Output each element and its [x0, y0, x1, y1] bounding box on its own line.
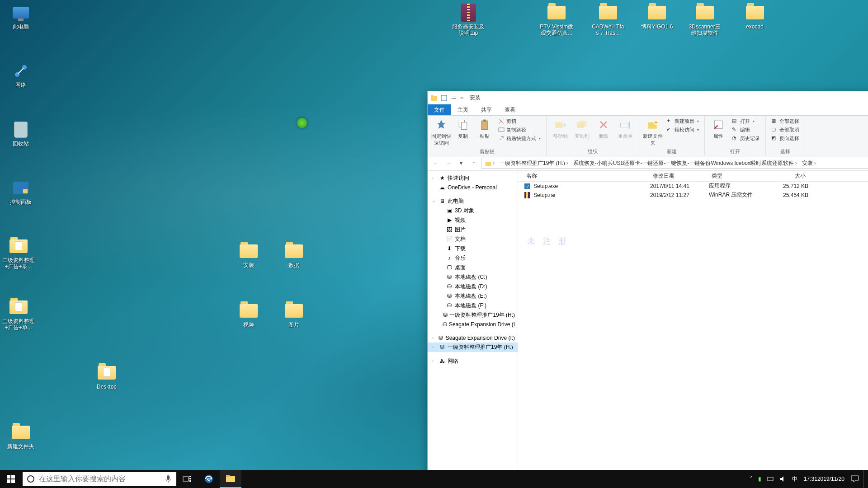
expand-icon[interactable]: › — [432, 336, 436, 340]
cut-button[interactable]: 剪切 — [496, 117, 542, 125]
properties-button[interactable]: 属性 — [708, 117, 728, 140]
tray-overflow-button[interactable]: ˄ — [747, 470, 755, 488]
nav-back-button[interactable]: ← — [430, 158, 441, 169]
tab-home[interactable]: 主页 — [451, 104, 475, 115]
column-name[interactable]: 名称 — [524, 172, 650, 180]
paste-shortcut-button[interactable]: 粘贴快捷方式 — [496, 135, 542, 142]
column-headers[interactable]: 名称 修改日期 类型 大小 — [518, 171, 868, 182]
nav-item[interactable]: ⛁本地磁盘 (F:) — [428, 301, 518, 310]
tray-clock[interactable]: 17:31 2019/11/20 — [800, 470, 848, 488]
nav-item[interactable]: ⛁本地磁盘 (D:) — [428, 282, 518, 291]
microphone-icon[interactable] — [160, 475, 176, 483]
nav-item[interactable]: ›🖧网络 — [428, 357, 518, 366]
desktop-icon-video-folder[interactable]: 视频 — [231, 302, 266, 328]
column-date[interactable]: 修改日期 — [650, 172, 709, 180]
nav-item[interactable]: ☁OneDrive - Personal — [428, 183, 518, 192]
expand-icon[interactable]: › — [432, 359, 437, 363]
column-type[interactable]: 类型 — [709, 172, 768, 180]
breadcrumb-root[interactable]: › — [483, 160, 498, 166]
select-none-button[interactable]: ▢全部取消 — [769, 126, 801, 134]
nav-item[interactable]: ›⛁Seagate Expansion Drive (I:) — [428, 333, 518, 343]
tray-network-icon[interactable] — [764, 470, 777, 488]
edit-button[interactable]: ✎编辑 — [730, 126, 762, 134]
breadcrumb-segment[interactable]: 系统恢复-小哨兵USB还原卡-一键还原-一键恢复-一键备份Windows Ice… — [571, 160, 800, 167]
desktop-icon-folder-b[interactable]: 三级资料整理+广告+单... — [1, 298, 36, 331]
desktop-icon-control-panel[interactable]: 控制面板 — [4, 179, 38, 205]
nav-item[interactable]: ›⛁一级资料整理推广19年 (H:) — [428, 343, 518, 352]
tray-volume-icon[interactable] — [777, 470, 789, 488]
invert-selection-button[interactable]: ◩反向选择 — [769, 135, 801, 142]
tab-file[interactable]: 文件 — [428, 104, 451, 115]
nav-item[interactable]: ⌄🖥此电脑 — [428, 197, 518, 206]
breadcrumb-segment[interactable]: 安装› — [800, 160, 819, 167]
history-button[interactable]: ◔历史记录 — [730, 135, 762, 142]
nav-item[interactable]: ⛁Seagate Expansion Drive (I — [428, 320, 518, 329]
desktop-icon-cadwell[interactable]: CADWe'll Tfas 7 Tfas... — [591, 4, 625, 36]
breadcrumb-bar[interactable]: ›一级资料整理推广19年 (H:)›系统恢复-小哨兵USB还原卡-一键还原-一键… — [481, 158, 868, 169]
desktop-icon-exocad[interactable]: exocad — [738, 4, 772, 30]
desktop-icon-yigo[interactable]: 博科YIGO1.6 — [640, 4, 674, 30]
delete-button[interactable]: 删除 — [594, 117, 613, 140]
task-view-button[interactable] — [176, 470, 198, 488]
desktop-icon-data-folder[interactable]: 数据 — [277, 242, 311, 268]
copy-to-button[interactable]: 复制到 — [572, 117, 592, 140]
copy-path-button[interactable]: 复制路径 — [496, 126, 542, 134]
tab-share[interactable]: 共享 — [475, 104, 498, 115]
desktop-icon-scanner3d[interactable]: 3Dscanner三维扫描软件 — [688, 4, 722, 36]
easy-access-button[interactable]: ✔轻松访问 — [665, 126, 701, 134]
new-item-button[interactable]: ✦新建项目 — [665, 117, 701, 125]
action-center-button[interactable] — [848, 470, 862, 488]
desktop-icon-pic-folder[interactable]: 图片 — [277, 302, 311, 328]
expand-icon[interactable]: › — [432, 176, 437, 180]
nav-item[interactable]: ›★快速访问 — [428, 174, 518, 183]
nav-item[interactable]: ⬇下载 — [428, 244, 518, 253]
nav-item[interactable]: 🖼图片 — [428, 225, 518, 235]
nav-item[interactable]: ▣3D 对象 — [428, 206, 518, 216]
taskbar-explorer-button[interactable] — [220, 470, 241, 488]
start-button[interactable] — [0, 470, 22, 488]
window-titlebar[interactable]: = 安装 — [428, 91, 868, 105]
breadcrumb-segment[interactable]: 一级资料整理推广19年 (H:)› — [498, 160, 571, 167]
nav-recent-dropdown[interactable]: ▾ — [456, 158, 467, 169]
nav-forward-button[interactable]: → — [443, 158, 454, 169]
nav-item[interactable]: ▶视频 — [428, 216, 518, 225]
pin-to-quick-access-button[interactable]: 固定到快速访问 — [431, 117, 451, 146]
nav-item[interactable]: ♪音乐 — [428, 253, 518, 263]
tab-view[interactable]: 查看 — [498, 104, 522, 115]
tray-app-icon[interactable]: ▮ — [755, 470, 764, 488]
tray-ime-indicator[interactable]: 中 — [789, 470, 800, 488]
show-desktop-button[interactable] — [863, 470, 866, 488]
taskbar-search[interactable]: 在这里输入你要搜索的内容 — [23, 472, 176, 486]
expand-icon[interactable]: ⌄ — [432, 199, 437, 203]
qat-dropdown-icon[interactable] — [450, 94, 458, 102]
select-all-button[interactable]: ▦全部选择 — [769, 117, 801, 125]
expand-icon[interactable]: › — [432, 345, 437, 349]
desktop-icon-desktop-folder[interactable]: Desktop — [90, 364, 124, 390]
desktop-icon-network[interactable]: 网络 — [4, 62, 38, 88]
desktop-icon-ptv[interactable]: PTV Vissim微观交通仿真... — [539, 4, 574, 36]
open-button[interactable]: ▤打开 — [730, 117, 762, 125]
desktop-icon-this-pc[interactable]: 此电脑 — [4, 4, 38, 30]
nav-item[interactable]: ⛁一级资料整理推广19年 (H:) — [428, 310, 518, 320]
desktop-icon-install-folder[interactable]: 安装 — [231, 242, 266, 268]
rename-button[interactable]: 重命名 — [615, 117, 635, 140]
desktop-icon-recycle-bin[interactable]: 回收站 — [4, 121, 38, 147]
file-list-area[interactable]: 名称 修改日期 类型 大小 Setup.exe2017/8/11 14:41应用… — [518, 171, 868, 488]
file-row[interactable]: Setup.rar2019/2/12 11:27WinRAR 压缩文件25,45… — [518, 191, 868, 200]
nav-item[interactable]: 🖵桌面 — [428, 263, 518, 272]
column-size[interactable]: 大小 — [768, 172, 808, 180]
paste-button[interactable]: 粘贴 — [475, 117, 495, 140]
desktop-icon-server-zip[interactable]: 服务器安装及说明.zip — [451, 4, 486, 36]
nav-item[interactable]: ⛁本地磁盘 (C:) — [428, 272, 518, 282]
nav-item[interactable]: 📄文档 — [428, 235, 518, 244]
nav-item[interactable]: ⛁本地磁盘 (E:) — [428, 291, 518, 301]
desktop-icon-new-folder[interactable]: 新建文件夹 — [4, 423, 38, 450]
desktop-icon-folder-a[interactable]: 二级资料整理+广告+录... — [1, 237, 36, 270]
move-to-button[interactable]: 移动到 — [550, 117, 570, 140]
new-folder-button[interactable]: 新建文件夹 — [643, 117, 663, 146]
copy-button[interactable]: 复制 — [453, 117, 473, 140]
quick-access-toolbar-icon[interactable] — [440, 94, 448, 102]
file-row[interactable]: Setup.exe2017/8/11 14:41应用程序25,712 KB — [518, 182, 868, 191]
nav-up-button[interactable]: ↑ — [468, 158, 479, 169]
taskbar-edge-button[interactable] — [198, 470, 220, 488]
